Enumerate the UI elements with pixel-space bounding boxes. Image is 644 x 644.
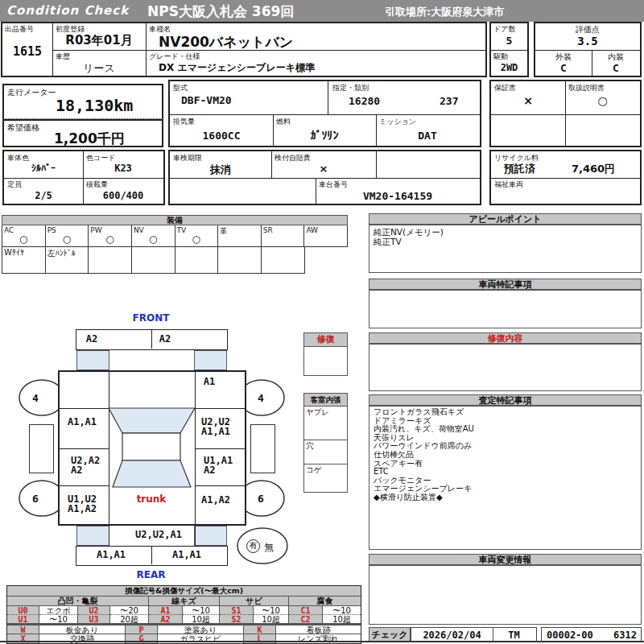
color-capacity-box: 車体色 ｼﾙﾊﾞｰ 色コード K23 定員 2/5 積載量 600/400: [2, 150, 165, 205]
legend-meaning: 塗装あり: [158, 625, 244, 634]
legend-code: W: [7, 625, 39, 634]
legend-size: 10超: [254, 615, 289, 624]
divider: [170, 178, 480, 179]
divider: [376, 151, 377, 178]
load-label: 積載量: [86, 180, 108, 190]
equipment-cell: NV ○: [132, 225, 175, 247]
divider: [491, 178, 640, 179]
equipment-row-2: Wﾀｲﾔ 左ﾊﾝﾄﾞﾙ: [2, 247, 305, 274]
appeal-points-box: 純正NV(メモリー) 純正TV: [369, 225, 642, 273]
equipment-cell: PW ○: [89, 225, 132, 247]
load-capacity: 600/400: [83, 190, 163, 201]
legend-group: 線キズ: [149, 597, 220, 606]
right-front-door-damage: U2,U2 A1,A1: [194, 418, 237, 436]
inspection-expiry: 抹消: [170, 163, 271, 177]
repair-details-title: 修復内容: [369, 332, 642, 344]
recycle-status: 預託済: [504, 162, 535, 176]
odometer-label: 走行メーター: [7, 87, 56, 98]
rating-box: 評価点 3.5 外装 C 内装 C: [534, 22, 642, 77]
legend-size: エクボ: [39, 606, 78, 615]
assessment-notes-box: フロントガラス飛石キズ ドアミラーキズ 内装汚れ、キズ、荷物室AU 天張りスレ …: [369, 406, 642, 550]
top-header-bar: Condition Check NPS大阪入札会 369回 引取場所:大阪府泉大…: [0, 0, 644, 22]
legend-size-row-2: U1 〜10 U3 20超 A2 10超 S2 10超 C2 10超: [7, 615, 361, 625]
rear-label: REAR: [113, 569, 189, 580]
legend-code: U1: [7, 615, 39, 624]
equipment-extra-cell: [262, 247, 305, 274]
glass-roof-layer: [0, 310, 369, 585]
check-number: 6312: [613, 630, 637, 641]
legend-code: C2: [289, 615, 323, 624]
equipment-cell: 革: [218, 225, 262, 247]
divider: [535, 50, 640, 51]
class-sub-number: 237: [440, 95, 458, 107]
model-code-label: 型式: [173, 83, 188, 93]
front-bumper-right-damage: A2: [133, 335, 197, 345]
legend-title: 損傷記号&損傷サイズ(〜最大cm): [7, 586, 361, 597]
legend-code: A2: [149, 615, 183, 624]
drive-label: 駆動: [493, 52, 508, 62]
front-right-panel-damage: A1: [189, 378, 229, 387]
divider: [4, 178, 163, 179]
legend-size: 〜10: [39, 615, 78, 624]
legend-size: 20超: [110, 615, 149, 624]
legend-code: K: [244, 625, 276, 634]
appeal-line: 純正NV(メモリー): [374, 227, 637, 237]
legend-code: S1: [220, 606, 254, 615]
manual-label: 取扱説明書: [568, 83, 605, 93]
price-value: 1,200千円: [54, 130, 125, 148]
equipment-extra-cell: [89, 247, 132, 274]
tire-depth-front-left: 4: [32, 392, 39, 404]
check-date: 2026/02/04: [411, 630, 493, 641]
doors: 5: [491, 35, 527, 47]
legend-size: 〜10: [254, 606, 289, 615]
drive: 2WD: [491, 62, 527, 73]
score-label: 評価点: [535, 24, 640, 35]
manual-mark: ○: [565, 94, 640, 107]
equipment-extra-cell: [218, 247, 262, 274]
assessment-notes-title: 査定特記事項: [369, 394, 642, 406]
check-inspector: TM: [493, 630, 535, 641]
insurance-mark: ×: [271, 163, 376, 175]
legend-code: P: [126, 625, 158, 634]
equipment-label: 革: [220, 226, 227, 237]
equipment-extra: Wﾀｲﾔ: [4, 248, 24, 257]
spare-no: 無: [264, 541, 274, 555]
bottom-rule: [0, 641, 644, 642]
capacity-label: 定員: [7, 180, 22, 190]
equipment-extra-cell: 左ﾊﾝﾄﾞﾙ: [46, 247, 89, 274]
auction-sheet: Condition Check NPS大阪入札会 369回 引取場所:大阪府泉大…: [0, 0, 644, 644]
equipment-title: 装備: [2, 215, 348, 225]
equipment-cell: SR: [262, 225, 305, 247]
legend-size: 〜20: [110, 606, 149, 615]
documents-box: 保証書 × 取扱説明書 ○: [489, 80, 642, 147]
equipment-cell: TV ○: [175, 225, 219, 247]
roof-shape: [122, 433, 180, 460]
equipment-extra-cell: [175, 247, 219, 274]
equipment-label: AW: [306, 226, 318, 234]
right-slide-door-damage: U1,A1 A2: [194, 456, 237, 475]
legend-size: 10超: [323, 615, 361, 624]
legend-group: 腐食: [289, 597, 361, 606]
displacement-label: 排気量: [173, 117, 195, 127]
warranty-label: 保証書: [494, 83, 516, 93]
divider: [565, 81, 566, 146]
legend-group: サビ: [220, 597, 289, 606]
change-info-title: 車両変更情報: [369, 554, 642, 565]
welfare-vehicle-label: 福祉車両: [494, 180, 523, 190]
damage-legend: 損傷記号&損傷サイズ(〜最大cm) 凸凹・亀裂 線キズ サビ 腐食 U0 エクボ…: [6, 585, 361, 644]
tire-depth-front-right: 4: [258, 392, 264, 404]
tire-depth-rear-left: 6: [32, 493, 39, 505]
legend-size-row-1: U0 エクボ U2 〜20 A1 〜10 S1 〜10 C1 〜10: [7, 606, 361, 615]
interior-grade: C: [592, 62, 640, 74]
class-label: 指定・類別: [332, 83, 369, 93]
rear-panel-damage: U2,U2,A1: [110, 530, 207, 540]
legend-code: U3: [78, 615, 110, 624]
model-code: DBF-VM20: [181, 94, 232, 106]
damage-diagram: FRONT REAR A2 A2 A1: [0, 310, 369, 585]
recycle-fee: 7,460円: [572, 162, 615, 176]
legend-code: U2: [78, 606, 110, 615]
odometer-value: 18,130km: [56, 96, 133, 115]
recycle-box: リサイクル料 預託済 7,460円 福祉車両: [489, 150, 642, 205]
legend-meaning: 看板跡: [276, 625, 361, 634]
auction-title: NPS大阪入札会 369回: [147, 2, 294, 21]
